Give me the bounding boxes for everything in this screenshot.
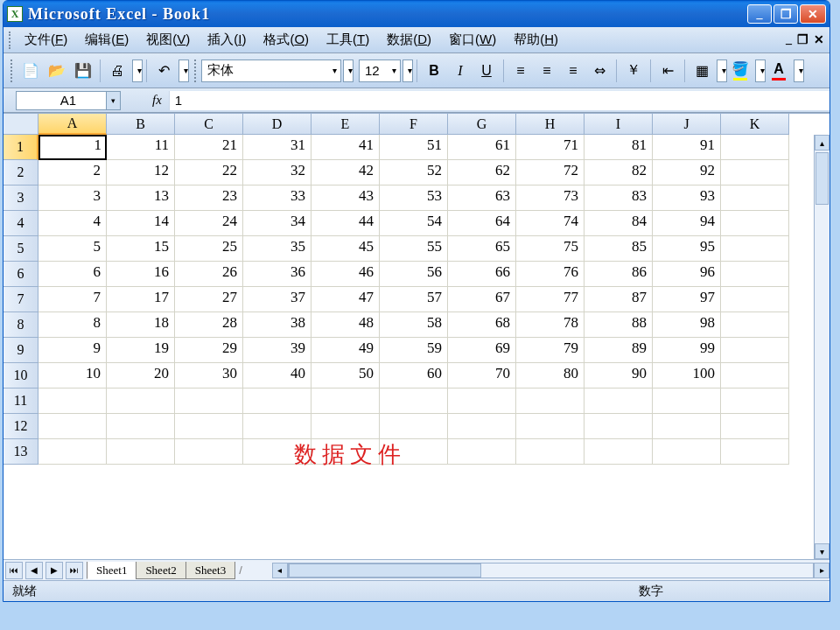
cell-C9[interactable]: 29 [175,338,243,363]
cell-D5[interactable]: 35 [243,236,312,262]
scroll-right-button[interactable]: ▸ [814,563,830,578]
bold-button[interactable]: B [422,59,446,83]
menu-i[interactable]: 插入(I) [207,32,246,46]
cell-D2[interactable]: 32 [243,160,312,186]
cell-C5[interactable]: 25 [175,236,243,262]
menu-v[interactable]: 视图(V) [146,32,190,46]
merge-center-button[interactable]: ⇔ [587,59,612,83]
cell-A3[interactable]: 3 [38,186,107,211]
cell-F12[interactable] [380,414,448,439]
cell-I6[interactable]: 86 [584,262,653,287]
cell-H7[interactable]: 77 [516,287,584,312]
borders-dropdown[interactable]: ▾ [717,60,727,82]
cell-A1[interactable]: 1 [38,135,107,160]
cell-F5[interactable]: 55 [380,236,448,262]
cell-K2[interactable] [721,160,789,186]
cell-G9[interactable]: 69 [448,338,516,363]
toolbar-grip[interactable] [10,60,14,82]
cell-F9[interactable]: 59 [380,338,448,363]
cell-I10[interactable]: 90 [584,363,653,388]
cell-K4[interactable] [721,211,789,236]
mdi-restore-button[interactable]: ❐ [797,32,808,47]
cell-H12[interactable] [516,414,584,439]
new-button[interactable]: 📄 [18,59,43,83]
cell-J7[interactable]: 97 [653,287,721,312]
hscroll-track[interactable] [288,563,814,578]
cell-E9[interactable]: 49 [312,338,380,363]
row-header-2[interactable]: 2 [4,160,38,186]
cell-F11[interactable] [380,388,448,414]
horizontal-scrollbar[interactable]: ◂ ▸ [272,563,830,578]
cell-J5[interactable]: 95 [653,236,721,262]
fill-color-button[interactable]: 🪣 [728,59,752,83]
name-box[interactable]: A1 ▾ [16,91,121,110]
cell-B7[interactable]: 17 [107,287,175,312]
cell-E3[interactable]: 43 [312,186,380,211]
cell-F13[interactable] [380,439,448,465]
cell-G6[interactable]: 66 [448,262,516,287]
cell-D12[interactable] [243,414,312,439]
cell-B6[interactable]: 16 [107,262,175,287]
cell-C2[interactable]: 22 [175,160,243,186]
menu-e[interactable]: 编辑(E) [85,32,129,46]
cell-E1[interactable]: 41 [312,135,380,160]
cell-A8[interactable]: 8 [38,312,107,338]
cell-A11[interactable] [38,388,107,414]
cell-A6[interactable]: 6 [38,262,107,287]
menu-f[interactable]: 文件(F) [24,32,67,46]
cell-J12[interactable] [653,414,721,439]
row-header-5[interactable]: 5 [4,236,38,262]
cell-G1[interactable]: 61 [448,135,516,160]
cell-I12[interactable] [584,414,653,439]
cell-B5[interactable]: 15 [107,236,175,262]
maximize-button[interactable]: ❐ [774,4,798,24]
cell-E12[interactable] [312,414,380,439]
cell-G2[interactable]: 62 [448,160,516,186]
cell-J9[interactable]: 99 [653,338,721,363]
cell-K6[interactable] [721,262,789,287]
col-header-K[interactable]: K [721,114,789,135]
col-header-F[interactable]: F [380,114,448,135]
cell-B10[interactable]: 20 [107,363,175,388]
cell-E7[interactable]: 47 [312,287,380,312]
cell-F7[interactable]: 57 [380,287,448,312]
cell-A4[interactable]: 4 [38,211,107,236]
row-header-12[interactable]: 12 [4,414,38,439]
cell-F1[interactable]: 51 [380,135,448,160]
tab-nav-prev[interactable]: ◀ [25,562,43,579]
cell-K11[interactable] [721,388,789,414]
cell-C13[interactable] [175,439,243,465]
fill-color-dropdown[interactable]: ▾ [755,60,766,82]
cell-E2[interactable]: 42 [312,160,380,186]
cell-J2[interactable]: 92 [653,160,721,186]
decrease-indent-button[interactable]: ⇤ [655,59,680,83]
cell-C8[interactable]: 28 [175,312,243,338]
name-box-dropdown[interactable]: ▾ [106,92,120,109]
cell-A5[interactable]: 5 [38,236,107,262]
cell-K1[interactable] [721,135,789,160]
cell-I5[interactable]: 85 [584,236,653,262]
cell-G8[interactable]: 68 [448,312,516,338]
menu-grip[interactable] [9,32,12,49]
cell-A2[interactable]: 2 [38,160,107,186]
cell-C12[interactable] [175,414,243,439]
col-header-J[interactable]: J [653,114,721,135]
cell-K8[interactable] [721,312,789,338]
cell-H8[interactable]: 78 [516,312,584,338]
font-size-combo[interactable]: 12 ▾ [359,60,401,82]
cell-A10[interactable]: 10 [38,363,107,388]
cell-D3[interactable]: 33 [243,186,312,211]
cell-D9[interactable]: 39 [243,338,312,363]
formula-input[interactable]: 1 [169,91,830,110]
col-header-B[interactable]: B [107,114,175,135]
cell-H4[interactable]: 74 [516,211,584,236]
cell-J4[interactable]: 94 [653,211,721,236]
row-header-4[interactable]: 4 [4,211,38,236]
cell-I2[interactable]: 82 [584,160,653,186]
cell-E11[interactable] [312,388,380,414]
menu-o[interactable]: 格式(O) [263,32,309,46]
cell-K12[interactable] [721,414,789,439]
cell-D13[interactable] [243,439,312,465]
format-toolbar-grip[interactable] [194,60,198,82]
font-name-dropdown[interactable]: ▾ [343,60,354,82]
